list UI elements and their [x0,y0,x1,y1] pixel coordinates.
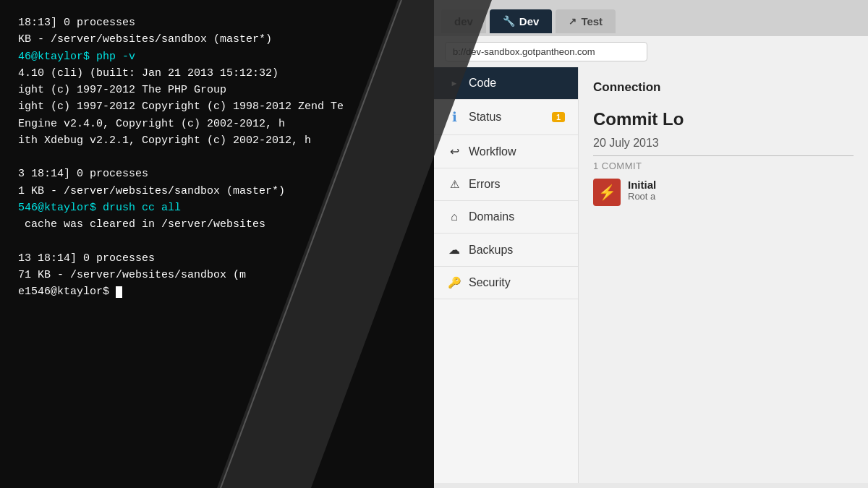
info-icon: ℹ [447,109,461,125]
commit-date: 20 July 2013 [593,137,854,150]
sidebar-item-domains[interactable]: ⌂ Domains [434,201,578,234]
terminal-panel: 18:13] 0 processes KB - /server/websites… [0,0,485,488]
terminal-line: ith Xdebug v2.2.1, Copyright (c) 2002-20… [18,132,467,149]
terminal-line: ight (c) 1997-2012 The PHP Group [18,82,467,98]
sidebar-item-security[interactable]: 🔑 Security [434,267,578,299]
sidebar-item-workflow-label: Workflow [469,145,516,158]
commit-log-title: Commit Lo [593,109,854,129]
terminal-line [18,233,467,249]
sidebar-item-domains-label: Domains [469,210,514,223]
terminal-prompt-line: e1546@ktaylor$ [18,283,467,300]
terminal-line: ight (c) 1997-2012 Copyright (c) 1998-20… [18,98,467,115]
code-icon: ► [447,79,461,87]
terminal-content: 18:13] 0 processes KB - /server/websites… [0,0,485,314]
test-icon: ↗ [569,16,576,27]
commit-sub: Root a [628,191,854,202]
url-bar-area [434,36,868,67]
terminal-line: 18:13] 0 processes [18,14,467,31]
sidebar-item-backups[interactable]: ☁ Backups [434,234,578,267]
cursor [116,286,122,298]
sidebar-nav: ► Code ℹ Status 1 ↩ Workflow ⚠ Errors ⌂ … [434,67,579,483]
warning-icon: ⚠ [447,178,461,191]
tab-dev[interactable]: 🔧 Dev [490,9,553,33]
terminal-line: 3 18:14] 0 processes [18,166,467,182]
content-area: Connection Commit Lo 20 July 2013 1 COMM… [579,67,868,483]
terminal-line: 4.10 (cli) (built: Jan 21 2013 15:12:32) [18,65,467,82]
commit-row: ⚡ Initial Root a [593,179,854,206]
sidebar-item-errors[interactable]: ⚠ Errors [434,168,578,201]
terminal-line: 71 KB - /server/websites/sandbox (m [18,267,467,283]
terminal-line: cache was cleared in /server/websites [18,216,467,233]
connection-title: Connection [593,80,854,95]
sidebar-item-status[interactable]: ℹ Status 1 [434,100,578,135]
terminal-line: Engine v2.4.0, Copyright (c) 2002-2012, … [18,116,467,132]
sidebar-item-security-label: Security [469,276,511,289]
commit-info: Initial Root a [628,179,854,202]
terminal-line: 13 18:14] 0 processes [18,250,467,267]
sidebar-item-errors-label: Errors [469,178,501,191]
tab-test-label: Test [581,15,603,27]
terminal-line: 546@ktaylor$ drush cc all [18,200,467,216]
tab-dev-prefix[interactable]: dev [441,9,486,33]
status-badge: 1 [552,112,565,122]
commit-avatar: ⚡ [593,179,621,206]
sidebar-item-status-label: Status [469,111,501,124]
main-area: ► Code ℹ Status 1 ↩ Workflow ⚠ Errors ⌂ … [434,67,868,483]
tab-dev-label: Dev [519,15,540,27]
tab-bar: dev 🔧 Dev ↗ Test [434,0,868,36]
sidebar-item-workflow[interactable]: ↩ Workflow [434,135,578,168]
sidebar-item-code[interactable]: ► Code [434,67,578,100]
home-icon: ⌂ [447,210,461,223]
commit-count: 1 COMMIT [593,160,854,171]
tab-dev-prefix-label: dev [454,15,473,27]
terminal-line [18,149,467,166]
right-panel: dev 🔧 Dev ↗ Test ► Code ℹ Status 1 [434,0,868,488]
sidebar-item-backups-label: Backups [469,244,513,257]
terminal-line: 1 KB - /server/websites/sandbox (master*… [18,183,467,200]
commit-title: Initial [628,179,854,191]
terminal-line: KB - /server/websites/sandbox (master*) [18,31,467,48]
terminal-line: 46@ktaylor$ php -v [18,48,467,65]
commit-divider [593,155,854,156]
sidebar-item-code-label: Code [469,77,496,90]
workflow-icon: ↩ [447,145,461,158]
tab-test[interactable]: ↗ Test [556,9,616,33]
key-icon: 🔑 [447,276,461,289]
cloud-icon: ☁ [447,243,461,257]
wrench-icon: 🔧 [503,15,515,27]
url-input[interactable] [445,42,647,61]
commit-avatar-icon: ⚡ [598,184,616,201]
